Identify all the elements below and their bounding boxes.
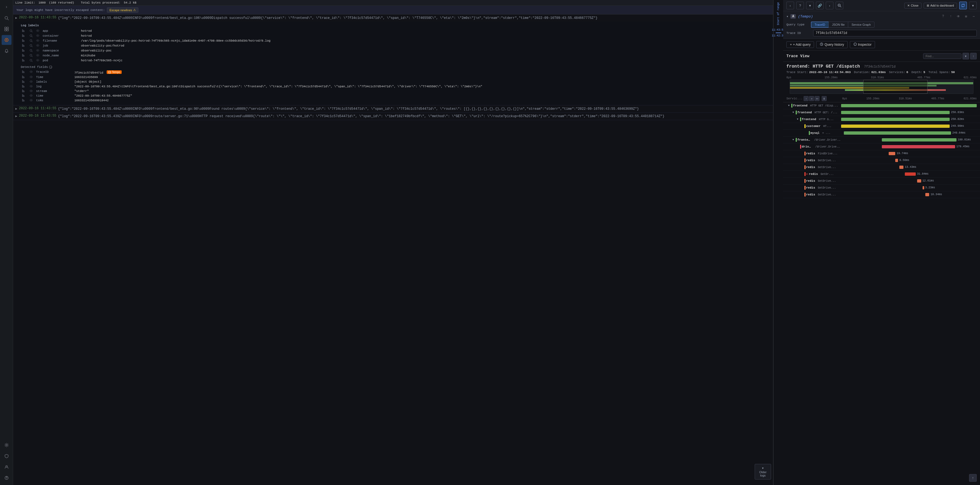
close-button[interactable]: ✕ Close: [904, 3, 921, 8]
dropdown-btn[interactable]: ▾: [969, 2, 977, 9]
field-search-icon[interactable]: [29, 48, 35, 53]
field-bar-icon[interactable]: [21, 53, 29, 58]
field-bar-icon[interactable]: [21, 43, 29, 48]
help-button[interactable]: ?: [796, 2, 804, 9]
span-row-8[interactable]: redis GetDrive... 8.56ms: [783, 157, 980, 164]
trace-view-panel[interactable]: Trace View ▾ ↑ frontend: HTTP GET /dispa…: [783, 51, 980, 485]
field-bar-icon[interactable]: [21, 58, 29, 63]
field-eye-icon[interactable]: [35, 29, 41, 34]
older-logs-button[interactable]: ▾ Older logs: [755, 464, 771, 480]
link-button[interactable]: 🔗: [816, 2, 824, 9]
escape-newlines-button[interactable]: Escape newlines ⚠: [107, 7, 138, 13]
field-search-icon[interactable]: [29, 43, 35, 48]
field-search-icon[interactable]: [29, 29, 35, 34]
field-bar-icon2[interactable]: [21, 80, 29, 84]
zoom-out-button[interactable]: [835, 2, 843, 9]
span-collapse-btn-1[interactable]: ▼: [791, 110, 795, 115]
span-row-9[interactable]: redis GetDrive... 13.43ms: [783, 164, 980, 171]
scroll-to-top-button[interactable]: ↑: [969, 474, 977, 482]
ds-more-icon[interactable]: ⋯: [971, 13, 977, 19]
query-tab-servicegraph[interactable]: Service Graph: [848, 22, 874, 28]
dropdown-button[interactable]: ▾: [806, 2, 814, 9]
sidebar-icon-help[interactable]: [2, 473, 11, 483]
sidebar-icon-explore[interactable]: [2, 35, 11, 45]
field-search-icon[interactable]: [29, 53, 35, 58]
field-bar-icon2[interactable]: [21, 94, 29, 98]
ds-grid-icon[interactable]: ⊞: [963, 13, 969, 19]
span-row-4[interactable]: mysql ➡ ... 249.64ms: [783, 130, 980, 137]
trace-id-input[interactable]: [813, 30, 977, 37]
query-tab-traceid[interactable]: TraceID: [811, 22, 829, 28]
ds-eye-icon[interactable]: 👁: [955, 13, 961, 19]
span-row-3[interactable]: customer HT... 249.98ms: [783, 123, 980, 130]
field-search-icon[interactable]: [29, 38, 35, 43]
sidebar-icon-user[interactable]: [2, 462, 11, 472]
ds-upload-icon[interactable]: ↑: [948, 13, 954, 19]
field-eye-icon[interactable]: [35, 58, 41, 63]
field-search-icon[interactable]: [29, 34, 35, 38]
span-collapse-btn-0[interactable]: ▼: [787, 104, 791, 108]
tempo-badge-button[interactable]: Tempo: [107, 70, 122, 74]
trace-find-chevron-down[interactable]: ▾: [963, 53, 969, 59]
sidebar-icon-shield[interactable]: [2, 451, 11, 461]
field-eye-icon[interactable]: [35, 48, 41, 53]
sidebar-icon-settings[interactable]: [2, 440, 11, 450]
field-eye-icon[interactable]: [35, 43, 41, 48]
pause-btn[interactable]: ⏸: [822, 96, 827, 101]
log-entry-header-bottom-0[interactable]: ▶ 2022-09-16 11:43:55 {"log":"2022-09-16…: [13, 105, 773, 112]
field-bar-icon2[interactable]: [21, 75, 29, 80]
span-row-10[interactable]: ⊘ redis GetDr... 31.84ms: [783, 171, 980, 178]
expand-btn-3[interactable]: »›: [815, 96, 819, 101]
field-eye-icon2[interactable]: [29, 98, 35, 103]
log-content[interactable]: ▶ 2022-09-16 11:43:55 {"log":"2022-09-16…: [13, 14, 773, 485]
span-row-12[interactable]: redis GetDrive... 3.23ms: [783, 185, 980, 191]
field-bar-icon2[interactable]: [21, 89, 29, 94]
field-eye-icon2[interactable]: [29, 80, 35, 84]
datasource-arrow[interactable]: ▾: [786, 14, 788, 19]
trace-find-up[interactable]: ↑: [970, 53, 977, 59]
field-bar-icon[interactable]: [21, 48, 29, 53]
span-row-6[interactable]: driver /driver.Drive... 179.45ms: [783, 144, 980, 150]
trace-find-input[interactable]: [923, 53, 961, 59]
nav-forward-button[interactable]: ›: [826, 2, 834, 9]
span-collapse-btn-2[interactable]: ▼: [796, 117, 800, 121]
inspector-button[interactable]: i Inspector: [850, 41, 875, 48]
expand-btn-2[interactable]: »: [809, 96, 814, 101]
span-row-0[interactable]: ▼ frontend HTTP GET /disp...: [783, 102, 980, 109]
field-search-icon[interactable]: [29, 58, 35, 63]
sidebar-icon-chevron[interactable]: ›: [2, 2, 11, 12]
span-collapse-btn-5[interactable]: ▼: [791, 138, 795, 142]
field-eye-icon2[interactable]: [29, 94, 35, 98]
sidebar-icon-bell[interactable]: [2, 46, 11, 56]
field-bar-icon2[interactable]: [21, 98, 29, 103]
span-row-2[interactable]: ▼ frontend HTTP G... 250.82ms: [783, 116, 980, 123]
nav-back-button[interactable]: ‹: [786, 2, 794, 9]
query-tab-json[interactable]: JSON file: [829, 22, 848, 28]
field-eye-icon2[interactable]: [29, 75, 35, 80]
field-bar-icon2[interactable]: [21, 84, 29, 89]
field-bar-icon[interactable]: [21, 38, 29, 43]
sidebar-icon-search[interactable]: [2, 13, 11, 23]
field-eye-icon[interactable]: [35, 34, 41, 38]
log-entry-header-1[interactable]: ▶ 2022-09-16 11:43:55 {"log":"2022-09-16…: [13, 14, 773, 22]
query-history-button[interactable]: Query history: [816, 41, 847, 48]
ds-help-icon[interactable]: ?: [940, 13, 946, 19]
span-row-1[interactable]: ▼ frontend HTTP GET: /... 250.83ms: [783, 109, 980, 116]
expand-btn-1[interactable]: ›: [803, 96, 808, 101]
span-row-5[interactable]: ▼ frontend /driver.Driver... 180.01ms: [783, 137, 980, 144]
field-bar-icon[interactable]: [21, 34, 29, 38]
field-eye-icon2[interactable]: [29, 70, 35, 75]
add-dashboard-button[interactable]: ⊞ Add to dashboard: [924, 3, 957, 8]
field-eye-icon[interactable]: [35, 53, 41, 58]
span-row-13[interactable]: redis GetDrive... 10.34ms: [783, 191, 980, 198]
span-row-7[interactable]: redis FindDrive... 19.74ms: [783, 150, 980, 157]
sidebar-icon-grid[interactable]: [2, 24, 11, 34]
field-bar-icon2[interactable]: [21, 70, 29, 75]
field-bar-icon[interactable]: [21, 29, 29, 34]
sync-button[interactable]: [959, 2, 967, 9]
field-eye-icon2[interactable]: [29, 89, 35, 94]
field-eye-icon2[interactable]: [29, 84, 35, 89]
log-entry-header-bottom-1[interactable]: ▶ 2022-09-16 11:43:55 {"log":"2022-09-16…: [13, 113, 773, 120]
add-query-button[interactable]: + + Add query: [786, 41, 814, 48]
field-eye-icon[interactable]: [35, 38, 41, 43]
